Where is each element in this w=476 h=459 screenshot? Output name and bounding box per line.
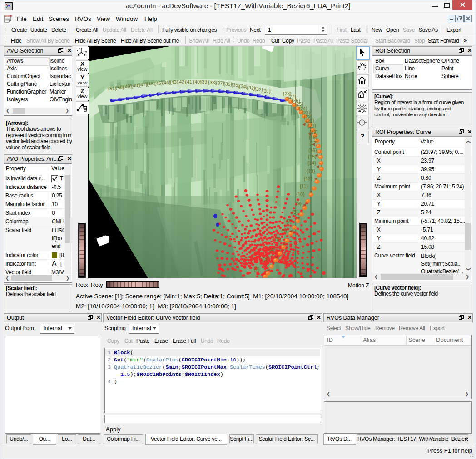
svg-text:y: y [85,50,87,53]
svg-text:{14}: {14} [307,160,316,166]
svg-text:{15}: {15} [308,154,317,159]
svg-text:{19}: {19} [309,129,318,135]
svg-text:{2}: {2} [254,267,260,272]
svg-text:{17}: {17} [309,140,318,146]
svg-text:{4}: {4} [269,247,275,252]
svg-text:{6}: {6} [281,228,287,233]
svg-text:{11}: {11} [300,183,308,189]
svg-text:{7}: {7} [286,218,292,224]
svg-text:x: x [77,49,79,52]
svg-text:z: z [79,47,80,49]
svg-text:{16}: {16} [308,148,317,153]
svg-text:{10}: {10} [296,192,305,197]
svg-text:ZoomIn: ZoomIn [5,15,12,17]
svg-text:{5}: {5} [275,237,281,242]
svg-text:{20}: {20} [307,123,316,128]
svg-text:{8}: {8} [292,209,298,215]
svg-text:{18}: {18} [309,135,317,140]
svg-text:{12}: {12} [304,176,312,181]
svg-text:{9}: {9} [296,201,302,206]
svg-text:{3}: {3} [263,256,268,262]
svg-text:{13}: {13} [307,168,315,174]
